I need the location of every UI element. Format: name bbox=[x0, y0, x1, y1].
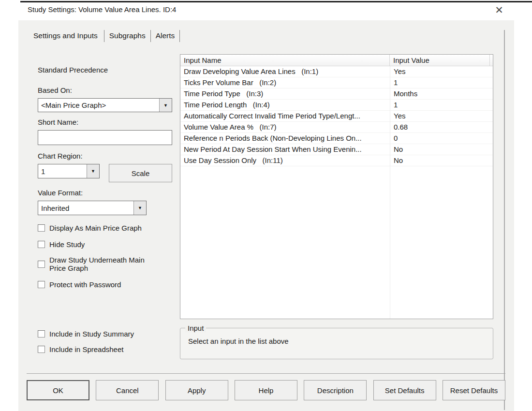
value-format-value: Inherited bbox=[38, 204, 133, 212]
checkbox-box[interactable] bbox=[38, 261, 45, 268]
table-row[interactable]: Time Period Length (In:4) 1 bbox=[180, 100, 493, 111]
checkbox-draw-study-underneath[interactable]: Draw Study Underneath Main Price Graph bbox=[38, 256, 146, 272]
checkbox-box[interactable] bbox=[38, 346, 45, 353]
based-on-label: Based On: bbox=[38, 86, 72, 94]
tab-bar: Settings and Inputs Subgraphs Alerts bbox=[28, 29, 180, 43]
window-title: Study Settings: Volume Value Area Lines.… bbox=[28, 5, 176, 14]
input-group-title: Input bbox=[185, 324, 206, 332]
value-format-label: Value Format: bbox=[38, 189, 83, 197]
window-top-border bbox=[20, 1, 532, 2]
input-group-box: Input Select an input in the list above bbox=[180, 328, 493, 359]
value-format-combobox[interactable]: Inherited ▼ bbox=[38, 201, 147, 215]
table-row[interactable]: Volume Value Area % (In:7) 0.68 bbox=[180, 122, 493, 133]
table-row[interactable]: New Period At Day Session Start When Usi… bbox=[180, 144, 493, 155]
table-row[interactable]: Draw Developing Value Area Lines (In:1) … bbox=[180, 66, 493, 77]
checkbox-box[interactable] bbox=[38, 330, 45, 338]
checkbox-display-as-main-price-graph[interactable]: Display As Main Price Graph bbox=[38, 224, 142, 232]
table-row[interactable]: Reference n Periods Back (Non-Developing… bbox=[180, 133, 493, 144]
chevron-down-icon[interactable]: ▼ bbox=[87, 164, 99, 178]
scale-button[interactable]: Scale bbox=[109, 164, 172, 182]
table-row[interactable]: Use Day Session Only (In:11) No bbox=[180, 155, 493, 166]
dialog-right-edge bbox=[504, 30, 505, 410]
checkbox-include-in-study-summary[interactable]: Include in Study Summary bbox=[38, 330, 134, 338]
cancel-button[interactable]: Cancel bbox=[96, 380, 159, 400]
chart-region-combobox[interactable]: 1 ▼ bbox=[38, 164, 100, 178]
apply-button[interactable]: Apply bbox=[165, 380, 228, 400]
description-button[interactable]: Description bbox=[304, 380, 367, 400]
based-on-combobox[interactable]: <Main Price Graph> ▼ bbox=[38, 98, 172, 112]
set-defaults-button[interactable]: Set Defaults bbox=[373, 380, 436, 400]
tab-subgraphs[interactable]: Subgraphs bbox=[104, 30, 151, 42]
column-header-input-value[interactable]: Input Value bbox=[390, 55, 490, 66]
reset-defaults-button[interactable]: Reset Defaults bbox=[443, 380, 505, 400]
tab-alerts[interactable]: Alerts bbox=[151, 30, 180, 42]
short-name-input[interactable] bbox=[38, 130, 172, 145]
inputs-table-header: Input Name Input Value bbox=[180, 55, 493, 66]
input-group-message: Select an input in the list above bbox=[188, 337, 289, 345]
column-divider bbox=[390, 66, 390, 319]
button-row-separator bbox=[27, 373, 505, 374]
chart-region-value: 1 bbox=[38, 167, 87, 176]
help-button[interactable]: Help bbox=[235, 380, 297, 400]
table-row[interactable]: Time Period Type (In:3) Months bbox=[180, 88, 493, 100]
checkbox-box[interactable] bbox=[38, 281, 45, 288]
tab-settings-and-inputs[interactable]: Settings and Inputs bbox=[28, 30, 104, 42]
dialog-body: Settings and Inputs Subgraphs Alerts Sta… bbox=[18, 20, 514, 411]
chart-region-label: Chart Region: bbox=[38, 152, 83, 160]
based-on-value: <Main Price Graph> bbox=[38, 101, 159, 109]
checkbox-box[interactable] bbox=[38, 241, 45, 248]
column-header-input-name[interactable]: Input Name bbox=[180, 55, 390, 66]
precedence-label: Standard Precedence bbox=[38, 66, 108, 74]
short-name-label: Short Name: bbox=[38, 118, 78, 126]
checkbox-box[interactable] bbox=[38, 224, 45, 232]
checkbox-hide-study[interactable]: Hide Study bbox=[38, 240, 85, 249]
table-row[interactable]: Automatically Correct Invalid Time Perio… bbox=[180, 111, 493, 122]
chevron-down-icon[interactable]: ▼ bbox=[159, 99, 172, 112]
table-row[interactable]: Ticks Per Volume Bar (In:2) 1 bbox=[180, 77, 493, 88]
checkbox-include-in-spreadsheet[interactable]: Include in Spreadsheet bbox=[38, 345, 123, 353]
chevron-down-icon[interactable]: ▼ bbox=[133, 201, 146, 215]
ok-button[interactable]: OK bbox=[27, 380, 89, 400]
close-icon[interactable]: ✕ bbox=[491, 3, 507, 17]
study-settings-dialog: Study Settings: Volume Value Area Lines.… bbox=[0, 0, 532, 411]
inputs-table[interactable]: Input Name Input Value Draw Developing V… bbox=[180, 54, 493, 319]
checkbox-protect-with-password[interactable]: Protect with Password bbox=[38, 280, 121, 289]
dialog-button-row: OK Cancel Apply Help Description Set Def… bbox=[27, 380, 505, 400]
